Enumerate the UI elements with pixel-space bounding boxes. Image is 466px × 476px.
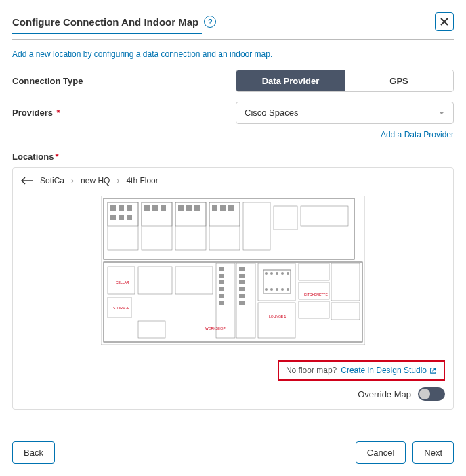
close-button[interactable] bbox=[435, 12, 454, 31]
svg-point-65 bbox=[287, 288, 289, 291]
svg-point-63 bbox=[276, 288, 278, 291]
svg-rect-49 bbox=[239, 267, 245, 271]
svg-point-57 bbox=[270, 272, 273, 275]
svg-rect-0 bbox=[101, 196, 365, 345]
chevron-down-icon bbox=[438, 110, 445, 116]
cancel-button[interactable]: Cancel bbox=[356, 441, 406, 464]
breadcrumb-back-button[interactable] bbox=[21, 177, 33, 185]
external-link-icon bbox=[429, 367, 437, 374]
svg-rect-22 bbox=[161, 205, 166, 211]
providers-label: Providers * bbox=[12, 108, 236, 118]
svg-rect-51 bbox=[239, 280, 245, 284]
svg-rect-52 bbox=[239, 287, 245, 291]
svg-point-60 bbox=[287, 272, 289, 275]
connection-type-label: Connection Type bbox=[12, 76, 236, 86]
svg-rect-27 bbox=[220, 205, 226, 211]
svg-rect-25 bbox=[194, 205, 200, 211]
svg-rect-50 bbox=[239, 274, 245, 278]
svg-rect-54 bbox=[239, 301, 245, 305]
title-underline bbox=[12, 33, 202, 34]
breadcrumb-item[interactable]: SotiCa bbox=[40, 176, 64, 186]
svg-rect-53 bbox=[239, 294, 245, 298]
svg-rect-44 bbox=[219, 274, 224, 278]
next-button[interactable]: Next bbox=[412, 441, 454, 464]
svg-rect-23 bbox=[178, 205, 184, 211]
connection-type-data-provider[interactable]: Data Provider bbox=[236, 70, 345, 91]
locations-label: Locations* bbox=[12, 152, 454, 162]
svg-rect-28 bbox=[228, 205, 234, 211]
create-design-studio-link[interactable]: Create in Design Studio bbox=[341, 366, 437, 375]
svg-text:CELLAR: CELLAR bbox=[116, 280, 129, 284]
design-studio-callout: No floor map? Create in Design Studio bbox=[278, 360, 445, 381]
svg-rect-20 bbox=[144, 205, 150, 211]
svg-rect-48 bbox=[219, 301, 224, 305]
locations-panel: SotiCa › new HQ › 4th Floor bbox=[12, 167, 454, 410]
override-map-label: Override Map bbox=[358, 389, 411, 399]
svg-text:STORAGE: STORAGE bbox=[113, 306, 130, 310]
svg-text:LOUNGE 1: LOUNGE 1 bbox=[269, 314, 287, 318]
svg-point-64 bbox=[281, 288, 284, 291]
override-map-toggle[interactable] bbox=[418, 387, 445, 401]
svg-point-56 bbox=[265, 272, 268, 275]
breadcrumb: SotiCa › new HQ › 4th Floor bbox=[21, 176, 445, 186]
svg-rect-24 bbox=[186, 205, 192, 211]
connection-type-gps[interactable]: GPS bbox=[345, 70, 453, 91]
svg-rect-19 bbox=[127, 215, 132, 220]
add-data-provider-link[interactable]: Add a Data Provider bbox=[381, 130, 454, 139]
svg-text:KITCHENETTE: KITCHENETTE bbox=[304, 293, 328, 297]
svg-rect-18 bbox=[119, 215, 124, 220]
breadcrumb-item[interactable]: 4th Floor bbox=[126, 176, 158, 186]
svg-point-58 bbox=[276, 272, 278, 275]
back-button[interactable]: Back bbox=[12, 441, 55, 464]
svg-rect-43 bbox=[219, 267, 224, 271]
svg-text:WORKSHOP: WORKSHOP bbox=[205, 326, 226, 330]
help-icon[interactable]: ? bbox=[204, 16, 216, 28]
svg-rect-17 bbox=[110, 215, 116, 220]
intro-text: Add a new location by configuring a data… bbox=[12, 49, 454, 59]
connection-type-toggle: Data Provider GPS bbox=[236, 70, 454, 92]
svg-rect-46 bbox=[219, 287, 224, 291]
breadcrumb-item[interactable]: new HQ bbox=[81, 176, 110, 186]
floor-plan-image: CELLAR STORAGE KITCHENETTE LOUNGE 1 WORK… bbox=[21, 192, 445, 348]
dialog-title: Configure Connection And Indoor Map bbox=[12, 16, 198, 28]
svg-rect-14 bbox=[110, 205, 116, 211]
svg-rect-45 bbox=[219, 280, 224, 284]
svg-point-62 bbox=[270, 288, 273, 291]
svg-rect-21 bbox=[152, 205, 158, 211]
svg-rect-15 bbox=[119, 205, 124, 211]
svg-point-61 bbox=[265, 288, 268, 291]
svg-rect-47 bbox=[219, 294, 224, 298]
svg-rect-26 bbox=[212, 205, 217, 211]
svg-point-59 bbox=[281, 272, 284, 275]
providers-select[interactable]: Cisco Spaces bbox=[236, 102, 454, 124]
svg-rect-16 bbox=[127, 205, 132, 211]
